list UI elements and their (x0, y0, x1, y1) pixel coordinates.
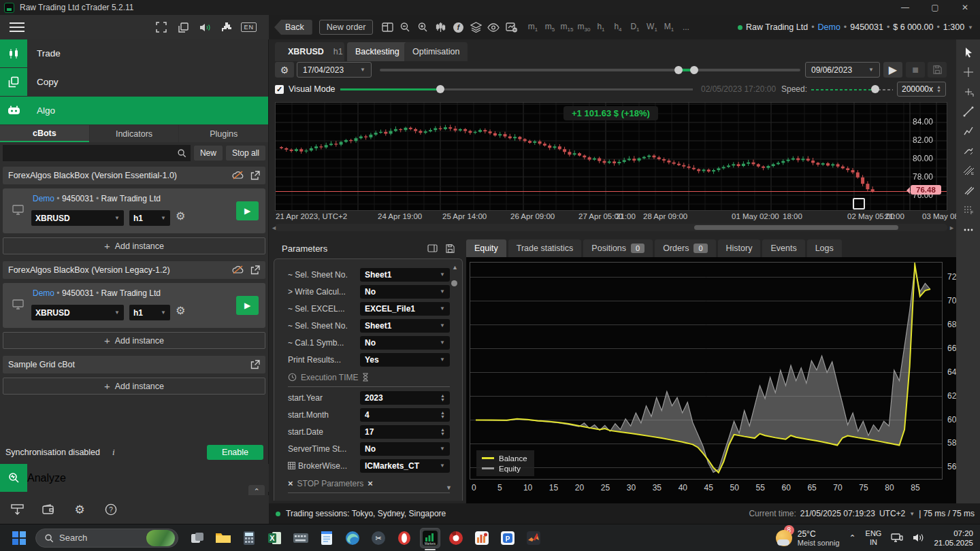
param-dropdown[interactable]: Sheet1▼ (360, 268, 450, 282)
info-icon[interactable]: i (112, 447, 115, 458)
cbot-header[interactable]: ForexAlgos BlackBox (Version Legacy-1.2) (3, 261, 265, 279)
pointer-tool-icon[interactable] (961, 46, 976, 59)
range-end-handle[interactable] (690, 66, 698, 74)
add-instance-button[interactable]: +Add instance (3, 378, 265, 395)
chart-type-icon[interactable] (431, 19, 449, 35)
stepper-arrows-icon[interactable]: ▲▼ (440, 428, 445, 436)
cloud-off-icon[interactable] (232, 171, 244, 180)
notepad-app-icon[interactable] (317, 529, 336, 548)
param-dropdown[interactable]: Sheet1▼ (360, 319, 450, 333)
fullscreen-icon[interactable] (154, 21, 169, 33)
plugins-icon[interactable] (219, 21, 234, 33)
timeframe-h1[interactable]: h1 (592, 22, 609, 33)
symbol-select[interactable]: XBRUSD▼ (31, 210, 124, 226)
add-instance-button[interactable]: +Add instance (3, 237, 265, 254)
tab-symbol[interactable]: XBRUSD h1 (275, 42, 344, 61)
tab-cbots[interactable]: cBots (0, 125, 89, 142)
stop-all-button[interactable]: Stop all (226, 146, 265, 161)
language-switcher[interactable]: ENGIN (866, 529, 882, 547)
detach-window-icon[interactable] (176, 21, 191, 33)
sidebar-item-copy[interactable]: Copy (0, 68, 268, 96)
backtest-settings-button[interactable]: ⚙ (275, 62, 294, 78)
start-backtest-button[interactable]: ▶ (883, 62, 902, 78)
tab-indicators[interactable]: Indicators (90, 125, 179, 142)
tab-events[interactable]: Events (762, 239, 804, 257)
close-button[interactable]: ✕ (950, 0, 980, 15)
end-date-picker[interactable]: 09/06/2023▼ (805, 62, 880, 78)
visual-slider-handle[interactable] (436, 85, 444, 93)
tab-backtesting[interactable]: Backtesting (347, 42, 408, 61)
cloud-off-icon[interactable] (232, 265, 244, 274)
back-button[interactable]: Back (274, 20, 312, 35)
save-params-icon[interactable] (446, 244, 455, 253)
scroll-down-icon[interactable]: ▼ (446, 484, 452, 491)
visibility-icon[interactable] (485, 19, 502, 35)
snipping-tool-app-icon[interactable]: ✂ (369, 529, 388, 548)
volume-icon[interactable] (913, 533, 924, 543)
range-start-handle[interactable] (674, 66, 683, 74)
new-cbot-button[interactable]: New (194, 146, 223, 161)
speed-slider[interactable] (811, 89, 877, 90)
clock[interactable]: 07:2021.05.2025 (934, 529, 973, 548)
share-icon[interactable] (250, 360, 260, 369)
timeframe-select[interactable]: h1▼ (129, 305, 170, 320)
more-tools-icon[interactable] (961, 224, 976, 236)
crosshair-small-tool-icon[interactable] (961, 86, 976, 98)
stocks-app-app-icon[interactable] (472, 529, 491, 548)
visual-mode-checkbox[interactable]: ✓ (275, 85, 284, 94)
sound-icon[interactable] (197, 21, 212, 33)
task-view-app-icon[interactable] (188, 529, 207, 548)
scroll-right-icon[interactable]: ► (949, 224, 955, 231)
param-dropdown[interactable]: No▼ (360, 285, 450, 299)
excel-app-icon[interactable]: X (265, 529, 284, 548)
panel-toggle-icon[interactable] (427, 244, 438, 252)
param-dropdown[interactable]: ICMarkets_CT▼ (360, 459, 450, 473)
matlab-app-icon[interactable] (524, 529, 543, 548)
start-date-picker[interactable]: 17/04/2023▼ (297, 62, 372, 78)
network-icon[interactable] (891, 533, 903, 543)
run-instance-button[interactable]: ▶ (236, 201, 259, 220)
wallet-icon[interactable] (41, 503, 56, 516)
fibo-grid-tool-icon[interactable]: F (961, 204, 976, 216)
symbol-select[interactable]: XBRUSD▼ (31, 305, 124, 320)
zoom-in-icon[interactable] (414, 19, 431, 35)
ctrader-app-icon[interactable]: Markets (421, 529, 440, 548)
polyline-tool-icon[interactable] (961, 125, 976, 137)
menu-icon[interactable] (10, 22, 24, 32)
zoom-out-icon[interactable] (396, 19, 414, 35)
file-explorer-app-icon[interactable] (214, 529, 233, 548)
instance-settings-icon[interactable]: ⚙ (176, 304, 185, 317)
opera-gx-app-icon[interactable] (446, 529, 466, 548)
param-scrollbar-thumb[interactable] (451, 280, 457, 286)
backtest-range-slider[interactable] (380, 69, 800, 71)
tray-chevron-icon[interactable]: ⌃ (849, 533, 856, 543)
param-spinner[interactable]: 2023▲▼ (360, 391, 450, 405)
p-app-app-icon[interactable]: P (498, 529, 517, 548)
weather-widget[interactable]: 8 25°C Meist sonnig (776, 529, 840, 547)
help-icon[interactable]: ? (103, 503, 118, 516)
fibo-channel-tool-icon[interactable]: E (961, 165, 976, 177)
opera-app-icon[interactable] (395, 529, 414, 548)
param-dropdown[interactable]: EXCEL_File1▼ (360, 302, 450, 316)
tab-optimisation[interactable]: Optimisation (404, 42, 468, 61)
tab-trade-statistics[interactable]: Trade statistics (508, 239, 582, 257)
tab-plugins[interactable]: Plugins (179, 125, 268, 142)
timeframe-M1[interactable]: M1 (660, 22, 677, 33)
stepper-arrows-icon[interactable]: ▲▼ (440, 394, 445, 402)
brush-tool-icon[interactable] (961, 145, 976, 157)
scroll-up-icon[interactable]: ▲ (452, 264, 458, 271)
stepper-arrows-icon[interactable]: ▲▼ (936, 85, 941, 93)
tab-logs[interactable]: Logs (807, 239, 842, 257)
stop-backtest-button[interactable]: ■ (906, 62, 925, 78)
add-instance-button[interactable]: +Add instance (3, 332, 265, 349)
language-badge[interactable]: EN (241, 22, 257, 32)
trend-line-tool-icon[interactable] (961, 105, 976, 118)
sidebar-item-analyze[interactable]: Analyze (0, 464, 269, 492)
run-instance-button[interactable]: ▶ (236, 296, 259, 315)
start-button[interactable] (11, 530, 27, 546)
taskbar-search[interactable]: Search (35, 529, 178, 548)
chart-settings-icon[interactable] (502, 19, 520, 35)
timeframe-D1[interactable]: D1 (626, 22, 643, 33)
cbot-header[interactable]: Sample Grid cBot (3, 356, 265, 373)
minimize-button[interactable]: — (890, 0, 920, 15)
